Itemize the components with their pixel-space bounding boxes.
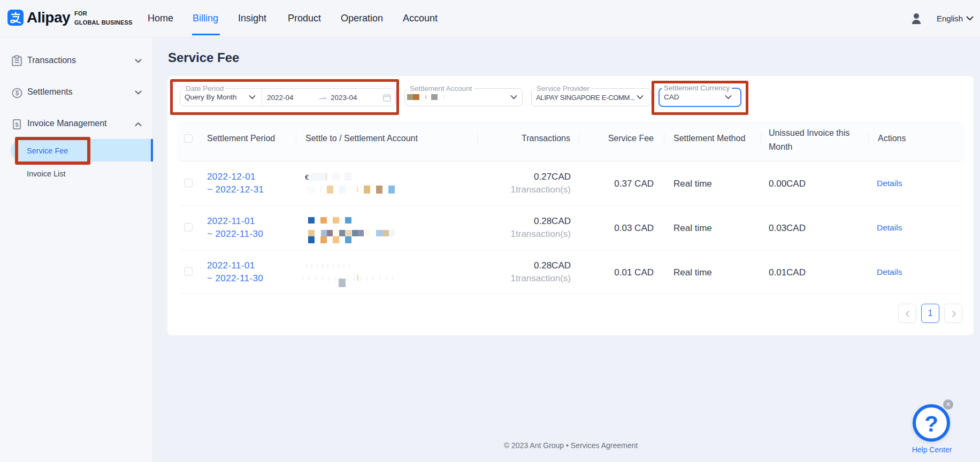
svg-text:$: $ — [15, 121, 18, 128]
svg-text:$: $ — [16, 89, 19, 97]
